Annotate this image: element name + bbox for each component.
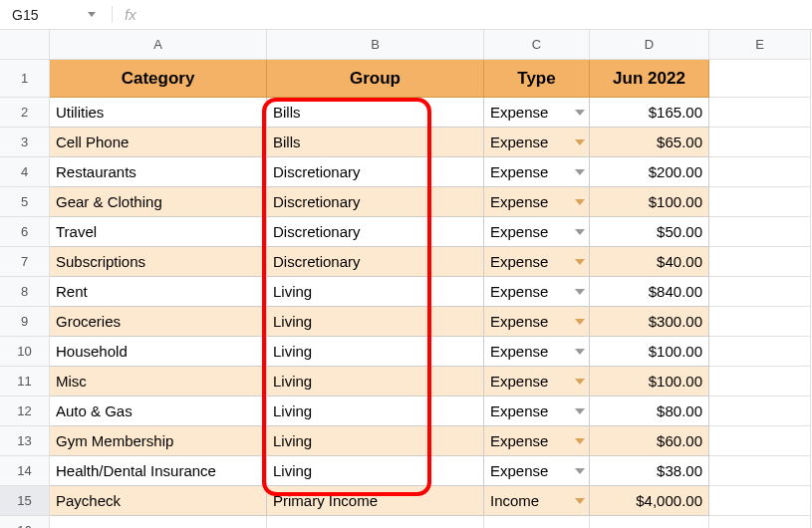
- cell-empty[interactable]: [709, 247, 811, 277]
- cell-empty[interactable]: [709, 277, 811, 307]
- row-header-5[interactable]: 5: [0, 187, 50, 217]
- row-header-6[interactable]: 6: [0, 217, 50, 247]
- cell-group[interactable]: Living: [267, 367, 484, 396]
- row-header-2[interactable]: 2: [0, 98, 50, 128]
- cell-empty[interactable]: [709, 187, 811, 217]
- cell-type[interactable]: Expense: [484, 128, 590, 157]
- cell-empty[interactable]: [590, 516, 709, 528]
- col-header-B[interactable]: B: [267, 30, 484, 60]
- cell-type[interactable]: Expense: [484, 456, 590, 486]
- cell-type[interactable]: Expense: [484, 367, 590, 396]
- cell-empty[interactable]: [709, 337, 811, 367]
- cell-category[interactable]: Travel: [50, 217, 267, 247]
- cell-type[interactable]: Expense: [484, 307, 590, 337]
- col-header-A[interactable]: A: [50, 30, 267, 60]
- cell-empty[interactable]: [709, 396, 811, 426]
- cell-category[interactable]: Rent: [50, 277, 267, 307]
- cell-amount[interactable]: $80.00: [590, 396, 709, 426]
- cell-group[interactable]: Primary Income: [267, 486, 484, 516]
- cell-empty[interactable]: [709, 456, 811, 486]
- row-header-7[interactable]: 7: [0, 247, 50, 277]
- cell-category[interactable]: Cell Phone: [50, 128, 267, 157]
- cell-type[interactable]: Expense: [484, 396, 590, 426]
- cell-group[interactable]: Bills: [267, 98, 484, 128]
- row-header-14[interactable]: 14: [0, 456, 50, 486]
- header-cell[interactable]: Category: [50, 60, 267, 98]
- cell-amount[interactable]: $100.00: [590, 337, 709, 367]
- cell-type[interactable]: Expense: [484, 157, 590, 187]
- cell-category[interactable]: Restaurants: [50, 157, 267, 187]
- col-header-E[interactable]: E: [709, 30, 811, 60]
- cell-type[interactable]: Expense: [484, 217, 590, 247]
- cell-amount[interactable]: $65.00: [590, 128, 709, 157]
- cell-category[interactable]: Utilities: [50, 98, 267, 128]
- cell-amount[interactable]: $100.00: [590, 187, 709, 217]
- cell-amount[interactable]: $200.00: [590, 157, 709, 187]
- cell-empty[interactable]: [709, 516, 811, 528]
- cell-group[interactable]: Bills: [267, 128, 484, 157]
- col-header-C[interactable]: C: [484, 30, 590, 60]
- row-header-3[interactable]: 3: [0, 128, 50, 157]
- cell-category[interactable]: Household: [50, 337, 267, 367]
- cell-empty[interactable]: [709, 367, 811, 396]
- row-header-16[interactable]: 16: [0, 516, 50, 528]
- cell-empty[interactable]: [484, 516, 590, 528]
- cell-amount[interactable]: $60.00: [590, 426, 709, 456]
- cell-amount[interactable]: $840.00: [590, 277, 709, 307]
- row-header-10[interactable]: 10: [0, 337, 50, 367]
- cell-empty[interactable]: [267, 516, 484, 528]
- cell-category[interactable]: Paycheck: [50, 486, 267, 516]
- cell-amount[interactable]: $300.00: [590, 307, 709, 337]
- cell-group[interactable]: Living: [267, 277, 484, 307]
- cell-group[interactable]: Discretionary: [267, 157, 484, 187]
- row-header-13[interactable]: 13: [0, 426, 50, 456]
- cell-category[interactable]: Auto & Gas: [50, 396, 267, 426]
- row-header-8[interactable]: 8: [0, 277, 50, 307]
- cell-empty[interactable]: [709, 426, 811, 456]
- col-header-D[interactable]: D: [590, 30, 709, 60]
- cell-amount[interactable]: $100.00: [590, 367, 709, 396]
- cell-amount[interactable]: $38.00: [590, 456, 709, 486]
- cell-type[interactable]: Expense: [484, 426, 590, 456]
- cell-category[interactable]: Health/Dental Insurance: [50, 456, 267, 486]
- row-header-1[interactable]: 1: [0, 60, 50, 98]
- cell-empty[interactable]: [709, 98, 811, 128]
- cell-empty[interactable]: [709, 60, 811, 98]
- cell-type[interactable]: Expense: [484, 337, 590, 367]
- cell-group[interactable]: Discretionary: [267, 187, 484, 217]
- header-cell[interactable]: Type: [484, 60, 590, 98]
- cell-amount[interactable]: $4,000.00: [590, 486, 709, 516]
- row-header-4[interactable]: 4: [0, 157, 50, 187]
- cell-amount[interactable]: $40.00: [590, 247, 709, 277]
- cell-empty[interactable]: [50, 516, 267, 528]
- cell-type[interactable]: Expense: [484, 187, 590, 217]
- cell-group[interactable]: Living: [267, 307, 484, 337]
- cell-group[interactable]: Living: [267, 456, 484, 486]
- cell-type[interactable]: Expense: [484, 98, 590, 128]
- cell-amount[interactable]: $50.00: [590, 217, 709, 247]
- cell-group[interactable]: Discretionary: [267, 247, 484, 277]
- cell-category[interactable]: Gear & Clothing: [50, 187, 267, 217]
- name-box[interactable]: G15: [4, 3, 104, 27]
- cell-empty[interactable]: [709, 486, 811, 516]
- cell-type[interactable]: Income: [484, 486, 590, 516]
- cell-group[interactable]: Living: [267, 426, 484, 456]
- cell-amount[interactable]: $165.00: [590, 98, 709, 128]
- row-header-12[interactable]: 12: [0, 396, 50, 426]
- cell-category[interactable]: Groceries: [50, 307, 267, 337]
- cell-group[interactable]: Discretionary: [267, 217, 484, 247]
- cell-empty[interactable]: [709, 217, 811, 247]
- row-header-9[interactable]: 9: [0, 307, 50, 337]
- cell-group[interactable]: Living: [267, 337, 484, 367]
- cell-type[interactable]: Expense: [484, 247, 590, 277]
- cell-empty[interactable]: [709, 128, 811, 157]
- cell-category[interactable]: Misc: [50, 367, 267, 396]
- cell-empty[interactable]: [709, 157, 811, 187]
- cell-type[interactable]: Expense: [484, 277, 590, 307]
- row-header-11[interactable]: 11: [0, 367, 50, 396]
- cell-group[interactable]: Living: [267, 396, 484, 426]
- corner-cell[interactable]: [0, 30, 50, 60]
- cell-category[interactable]: Gym Membership: [50, 426, 267, 456]
- row-header-15[interactable]: 15: [0, 486, 50, 516]
- cell-category[interactable]: Subscriptions: [50, 247, 267, 277]
